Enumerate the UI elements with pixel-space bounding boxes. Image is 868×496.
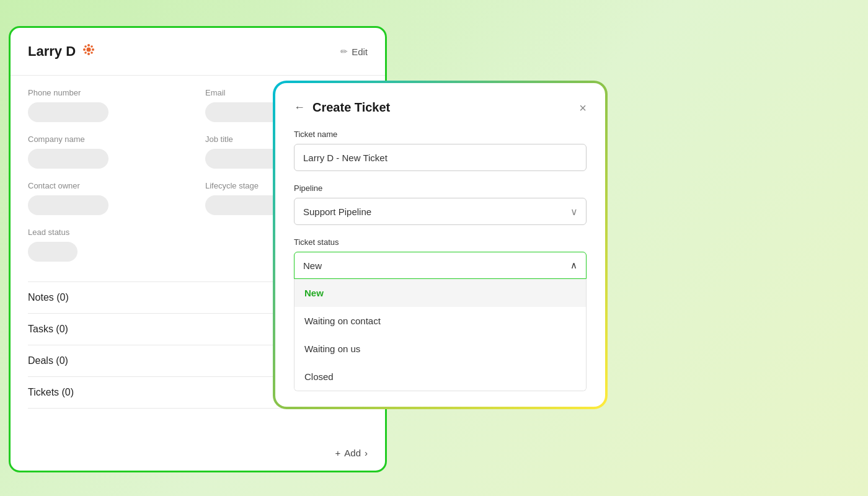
card-footer[interactable]: + Add › — [335, 448, 368, 458]
hubspot-icon — [82, 43, 95, 60]
ticket-status-wrapper: New ∧ New Waiting on contact Waiting on … — [294, 252, 587, 391]
lead-status-label: Lead status — [28, 228, 190, 237]
svg-point-2 — [87, 53, 90, 55]
phone-label: Phone number — [28, 88, 190, 97]
dropdown-waiting-contact-label: Waiting on contact — [304, 316, 381, 326]
svg-point-6 — [91, 51, 93, 54]
modal-header-left: ← Create Ticket — [294, 100, 390, 115]
pipeline-group: Pipeline Support Pipeline ∨ — [294, 184, 587, 225]
contact-header: Larry D ✏ — [28, 43, 368, 60]
dropdown-new-label: New — [304, 288, 324, 298]
svg-point-7 — [84, 51, 87, 54]
add-label: Add — [344, 448, 361, 458]
contact-name-text: Larry D — [28, 43, 76, 60]
dropdown-item-closed[interactable]: Closed — [294, 363, 586, 391]
svg-point-3 — [83, 48, 86, 51]
lead-status-field: Lead status — [28, 228, 190, 262]
ticket-status-label: Ticket status — [294, 237, 587, 247]
contact-owner-placeholder — [28, 195, 108, 215]
pipeline-select[interactable]: Support Pipeline — [294, 198, 587, 225]
svg-point-1 — [87, 44, 90, 46]
lead-status-placeholder — [28, 242, 78, 262]
modal-close-button[interactable]: × — [579, 102, 587, 114]
modal-back-button[interactable]: ← — [294, 101, 305, 114]
edit-label: Edit — [352, 46, 368, 57]
arrow-icon: › — [365, 448, 368, 458]
contact-owner-field: Contact owner — [28, 181, 190, 215]
dropdown-closed-label: Closed — [304, 371, 334, 382]
contact-owner-label: Contact owner — [28, 181, 190, 190]
ticket-name-label: Ticket name — [294, 130, 587, 139]
create-ticket-modal: ← Create Ticket × Ticket name Pipeline S… — [275, 83, 605, 407]
company-field: Company name — [28, 135, 190, 169]
svg-point-8 — [91, 45, 93, 48]
deals-label: Deals (0) — [28, 355, 68, 366]
dropdown-waiting-us-label: Waiting on us — [304, 343, 360, 354]
svg-point-4 — [92, 48, 94, 51]
company-placeholder — [28, 149, 108, 169]
plus-icon: + — [335, 448, 341, 458]
ticket-status-chevron-icon: ∧ — [570, 260, 577, 271]
tickets-label: Tickets (0) — [28, 387, 74, 397]
ticket-status-select[interactable]: New ∧ — [294, 252, 587, 279]
tasks-label: Tasks (0) — [28, 324, 68, 334]
pipeline-label: Pipeline — [294, 184, 587, 193]
svg-point-5 — [84, 45, 87, 48]
edit-button[interactable]: ✏ Edit — [340, 46, 368, 57]
modal-title: Create Ticket — [312, 100, 390, 115]
dropdown-item-waiting-contact[interactable]: Waiting on contact — [294, 307, 586, 335]
dropdown-item-new[interactable]: New — [294, 279, 586, 307]
company-label: Company name — [28, 135, 190, 144]
dropdown-item-waiting-us[interactable]: Waiting on us — [294, 335, 586, 363]
contact-name: Larry D — [28, 43, 95, 60]
notes-label: Notes (0) — [28, 292, 69, 303]
svg-point-0 — [87, 48, 91, 52]
close-icon: × — [579, 101, 587, 115]
ticket-name-input[interactable] — [294, 144, 587, 171]
ticket-status-dropdown: New Waiting on contact Waiting on us Clo… — [294, 279, 587, 391]
pipeline-select-wrapper: Support Pipeline ∨ — [294, 198, 587, 225]
phone-placeholder — [28, 102, 108, 122]
modal-header: ← Create Ticket × — [294, 100, 587, 115]
ticket-status-value: New — [303, 260, 322, 271]
create-ticket-modal-wrapper: ← Create Ticket × Ticket name Pipeline S… — [273, 81, 608, 409]
edit-icon: ✏ — [340, 46, 348, 56]
pipeline-value: Support Pipeline — [303, 206, 371, 217]
phone-field: Phone number — [28, 88, 190, 122]
back-icon: ← — [294, 101, 305, 113]
ticket-name-group: Ticket name — [294, 130, 587, 171]
header-divider — [11, 75, 385, 76]
ticket-status-group: Ticket status New ∧ New Waiting on conta… — [294, 237, 587, 391]
